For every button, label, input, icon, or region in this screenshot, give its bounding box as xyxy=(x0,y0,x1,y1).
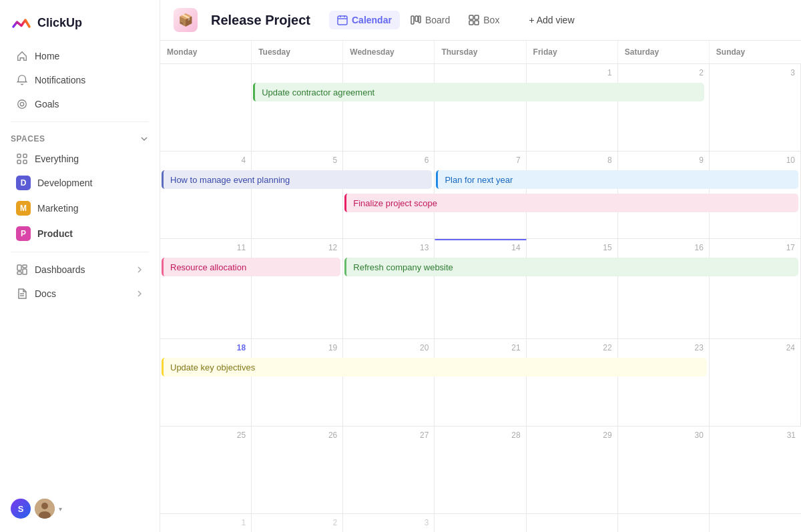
cell-w5-sun[interactable]: 31 xyxy=(710,427,801,513)
cell-w3-mon[interactable]: 11 xyxy=(160,239,252,338)
date-w3-thu: 14 xyxy=(440,243,520,252)
cal-week-4: 18 19 20 21 22 23 24 Update key objectiv… xyxy=(160,339,801,427)
sidebar: ClickUp Home Notifications Goals Spaces … xyxy=(0,0,160,532)
date-w2-wed: 6 xyxy=(348,156,429,165)
sidebar-item-everything[interactable]: Everything xyxy=(5,148,154,170)
tab-board[interactable]: Board xyxy=(403,11,458,29)
cell-w5-mon[interactable]: 25 xyxy=(160,427,252,513)
docs-label: Docs xyxy=(35,288,56,299)
board-icon xyxy=(411,15,421,25)
cell-w5-sat[interactable]: 30 xyxy=(618,427,710,513)
cell-w5-wed[interactable]: 27 xyxy=(343,427,435,513)
cell-w4-mon[interactable]: 18 xyxy=(160,339,252,426)
date-w5-sun: 31 xyxy=(715,431,796,440)
cell-w3-tue[interactable]: 12 xyxy=(252,239,343,338)
cell-w1-sat[interactable]: 2 xyxy=(618,64,710,151)
cell-w4-wed[interactable]: 20 xyxy=(343,339,435,426)
cell-w2-fri[interactable]: 8 xyxy=(527,152,618,238)
cell-w6-sat[interactable] xyxy=(618,514,710,532)
date-w2-sat: 9 xyxy=(623,156,704,165)
cal-week-6: 1 2 3 xyxy=(160,514,801,532)
cell-w4-fri[interactable]: 22 xyxy=(527,339,618,426)
cell-w6-wed[interactable]: 3 xyxy=(343,514,435,532)
cell-w6-sun[interactable] xyxy=(710,514,801,532)
docs-arrow-icon xyxy=(136,290,144,298)
docs-icon xyxy=(16,288,28,300)
dashboards-label: Dashboards xyxy=(35,264,85,275)
cell-w6-tue[interactable]: 2 xyxy=(252,514,343,532)
mkt-badge: M xyxy=(16,201,31,216)
cell-w4-sat[interactable]: 23 xyxy=(618,339,710,426)
cell-w3-wed[interactable]: 13 xyxy=(343,239,435,338)
logo-text: ClickUp xyxy=(37,16,82,30)
sidebar-item-docs[interactable]: Docs xyxy=(5,282,154,305)
col-monday: Monday xyxy=(160,41,252,63)
cell-w1-tue[interactable] xyxy=(252,64,343,151)
avatar-photo[interactable] xyxy=(35,499,55,519)
target-icon xyxy=(16,98,28,110)
cell-w5-tue[interactable]: 26 xyxy=(252,427,343,513)
tab-calendar[interactable]: Calendar xyxy=(329,11,400,29)
cell-w2-sat[interactable]: 9 xyxy=(618,152,710,238)
tab-box-label: Box xyxy=(483,15,499,25)
sidebar-marketing-label: Marketing xyxy=(37,203,78,214)
project-title: Release Project xyxy=(211,13,310,28)
bell-icon xyxy=(16,74,28,86)
cell-w5-fri[interactable]: 29 xyxy=(527,427,618,513)
sidebar-divider-1 xyxy=(11,121,149,122)
cell-w2-wed[interactable]: 6 xyxy=(343,152,435,238)
cell-w2-thu[interactable]: 7 xyxy=(435,152,526,238)
spaces-header: Spaces xyxy=(0,127,160,148)
cell-w1-fri[interactable]: 1 xyxy=(527,64,618,151)
dev-badge: D xyxy=(16,176,31,190)
cell-w5-thu[interactable]: 28 xyxy=(435,427,526,513)
sidebar-item-marketing[interactable]: M Marketing xyxy=(5,196,154,220)
user-photo-icon xyxy=(35,499,55,519)
cell-w4-thu[interactable]: 21 xyxy=(435,339,526,426)
svg-rect-25 xyxy=(475,21,479,25)
sidebar-item-product[interactable]: P Product xyxy=(5,222,154,246)
col-tuesday: Tuesday xyxy=(252,41,343,63)
cell-w1-wed[interactable] xyxy=(343,64,435,151)
cell-w2-sun[interactable]: 10 xyxy=(710,152,801,238)
tab-box[interactable]: Box xyxy=(461,11,507,29)
date-w3-sat: 16 xyxy=(623,243,704,252)
cell-w6-fri[interactable] xyxy=(527,514,618,532)
date-w1-fri: 1 xyxy=(532,68,612,77)
cell-w4-tue[interactable]: 19 xyxy=(252,339,343,426)
date-w1-sat: 2 xyxy=(623,68,704,77)
cell-w6-thu[interactable] xyxy=(435,514,526,532)
svg-rect-24 xyxy=(469,21,473,25)
date-w6-wed: 3 xyxy=(348,518,429,527)
cell-w3-sat[interactable]: 16 xyxy=(618,239,710,338)
cell-w4-sun[interactable]: 24 xyxy=(710,339,801,426)
date-w4-wed: 20 xyxy=(348,343,429,352)
date-w6-tue: 2 xyxy=(257,518,337,527)
sidebar-item-home[interactable]: Home xyxy=(5,45,154,67)
cell-w1-thu[interactable] xyxy=(435,64,526,151)
cell-w1-mon[interactable] xyxy=(160,64,252,151)
sidebar-product-label: Product xyxy=(37,228,73,239)
avatar-s[interactable]: S xyxy=(11,499,31,519)
cell-w3-thu[interactable]: 14 xyxy=(435,239,526,338)
svg-rect-4 xyxy=(17,160,21,164)
nav-goals-label: Goals xyxy=(35,99,59,109)
cell-w1-sun[interactable]: 3 xyxy=(710,64,801,151)
cell-w2-mon[interactable]: 4 xyxy=(160,152,252,238)
spaces-label: Spaces xyxy=(11,134,45,144)
cell-w3-sun[interactable]: 17 xyxy=(710,239,801,338)
add-view-button[interactable]: + Add view xyxy=(521,11,582,29)
sidebar-item-goals[interactable]: Goals xyxy=(5,93,154,115)
sidebar-item-dashboards[interactable]: Dashboards xyxy=(5,258,154,281)
sidebar-item-notifications[interactable]: Notifications xyxy=(5,69,154,91)
sidebar-bottom: S ▾ xyxy=(0,492,160,525)
user-menu-chevron[interactable]: ▾ xyxy=(59,505,62,513)
dashboards-icon xyxy=(16,264,28,276)
tab-board-label: Board xyxy=(425,15,450,25)
sidebar-item-development[interactable]: D Development xyxy=(5,171,154,195)
cell-w2-tue[interactable]: 5 xyxy=(252,152,343,238)
cell-w6-mon[interactable]: 1 xyxy=(160,514,252,532)
date-w5-wed: 27 xyxy=(348,431,429,440)
cell-w3-fri[interactable]: 15 xyxy=(527,239,618,338)
date-w5-sat: 30 xyxy=(623,431,704,440)
